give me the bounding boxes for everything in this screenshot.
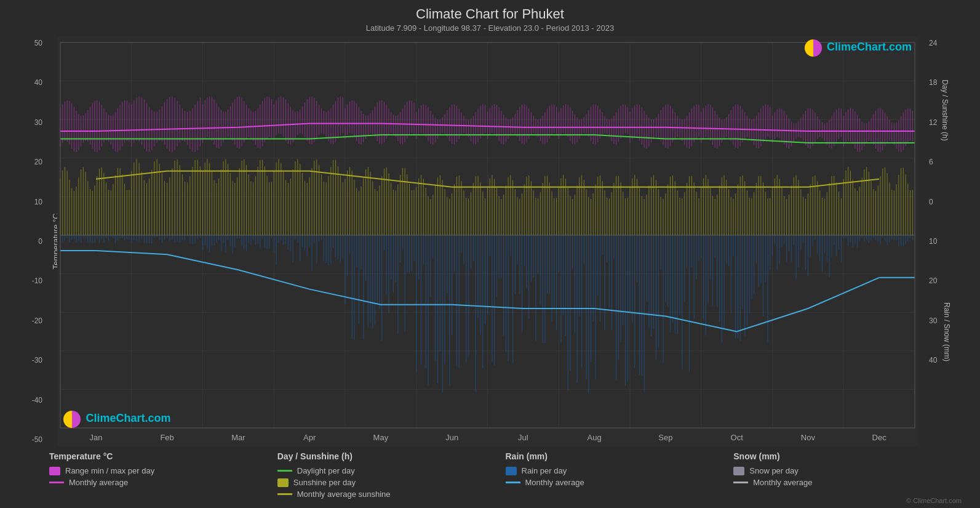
legend-item-snow-swatch: Snow per day [733,466,962,475]
legend-item-snow-avg: Monthly average [733,478,962,487]
legend-item-temp-range: Range min / max per day [49,466,277,475]
legend-title-snow: Snow (mm) [733,451,962,461]
legend-item-rain-swatch: Rain per day [506,466,734,475]
legend-col-rain: Rain (mm) Rain per day Monthly average [506,451,734,504]
watermark-logo-bottom-left: ClimeChart.com [63,411,171,428]
y-axis-right-labels-container: Day / Sunshine (h) Rain / Snow (mm) [954,36,968,446]
y-tick-50: 50 [12,39,42,47]
chart-title: Climate Chart for Phuket [12,6,968,22]
y-axis-left: 50 40 30 20 10 0 -10 -20 -30 -40 -50 [12,36,46,446]
legend-swatch-snow [733,467,744,475]
legend-label-snow-avg: Monthly average [753,478,812,487]
y-right-tick-6: 6 [929,158,954,166]
legend-area: Temperature °C Range min / max per day M… [12,446,968,508]
legend-line-temp-avg [49,482,64,483]
y-tick-neg30: -30 [12,356,42,365]
logo-circle-bl [63,411,81,428]
y-tick-neg50: -50 [12,435,42,444]
y-axis-right-bottom-label: Rain / Snow (mm) [942,302,951,361]
legend-item-daylight: Daylight per day [277,466,506,475]
watermark-logo-top-right: ClimeChart.com [805,39,912,57]
y-right-tick-20: 20 [929,276,954,285]
legend-label-sunshine-avg: Monthly average sunshine [297,490,391,499]
y-tick-30: 30 [12,118,42,127]
legend-line-snow-avg [733,482,748,483]
y-right-tick-24: 24 [929,39,954,47]
legend-label-rain-swatch: Rain per day [522,466,567,475]
y-tick-neg10: -10 [12,276,42,285]
logo-text-bl: ClimeChart.com [86,412,170,424]
legend-title-rain: Rain (mm) [506,451,734,461]
legend-swatch-rain [506,467,517,475]
legend-label-sunshine-swatch: Sunshine per day [293,478,356,487]
legend-col-snow: Snow (mm) Snow per day Monthly average ©… [733,451,962,504]
legend-col-sunshine: Day / Sunshine (h) Daylight per day Suns… [277,451,506,504]
legend-label-snow-swatch: Snow per day [749,466,799,475]
logo-text-tr: ClimeChart.com [827,41,912,53]
y-tick-20: 20 [12,158,42,166]
main-container: Climate Chart for Phuket Latitude 7.909 … [0,0,980,508]
y-tick-neg20: -20 [12,316,42,325]
legend-item-sunshine-avg: Monthly average sunshine [277,490,506,499]
main-chart-canvas [57,36,918,446]
legend-swatch-temp-range [49,467,60,475]
y-tick-neg40: -40 [12,396,42,405]
legend-title-temperature: Temperature °C [49,451,277,461]
legend-line-daylight [277,470,292,472]
legend-line-sunshine-avg [277,493,292,495]
y-tick-40: 40 [12,78,42,87]
y-tick-0: 0 [12,237,42,246]
legend-label-daylight: Daylight per day [297,466,355,475]
y-right-tick-10: 10 [929,237,954,246]
legend-col-temperature: Temperature °C Range min / max per day M… [49,451,277,504]
legend-line-rain-avg [506,482,520,483]
legend-label-temp-range: Range min / max per day [65,466,154,475]
logo-circle-tr [805,39,822,57]
legend-title-sunshine: Day / Sunshine (h) [277,451,506,461]
y-axis-right-top-label: Day / Sunshine (h) [940,79,949,140]
legend-label-rain-avg: Monthly average [525,478,584,487]
legend-item-temp-avg: Monthly average [49,478,277,487]
legend-label-temp-avg: Monthly average [69,478,128,487]
legend-item-rain-avg: Monthly average [506,478,734,487]
y-axis-left-label-container: Temperature °C [46,36,57,446]
chart-area: 50 40 30 20 10 0 -10 -20 -30 -40 -50 Tem… [12,36,968,446]
chart-inner: ClimeChart.com ClimeChart.com [57,36,918,446]
chart-subtitle: Latitude 7.909 - Longitude 98.37 - Eleva… [12,23,968,33]
watermark-text: © ClimeChart.com [733,497,962,504]
y-right-tick-0: 0 [929,198,954,206]
legend-item-sunshine-swatch: Sunshine per day [277,478,506,487]
legend-swatch-sunshine [277,478,289,487]
y-tick-10: 10 [12,198,42,206]
y-axis-right-spacer [918,36,926,446]
